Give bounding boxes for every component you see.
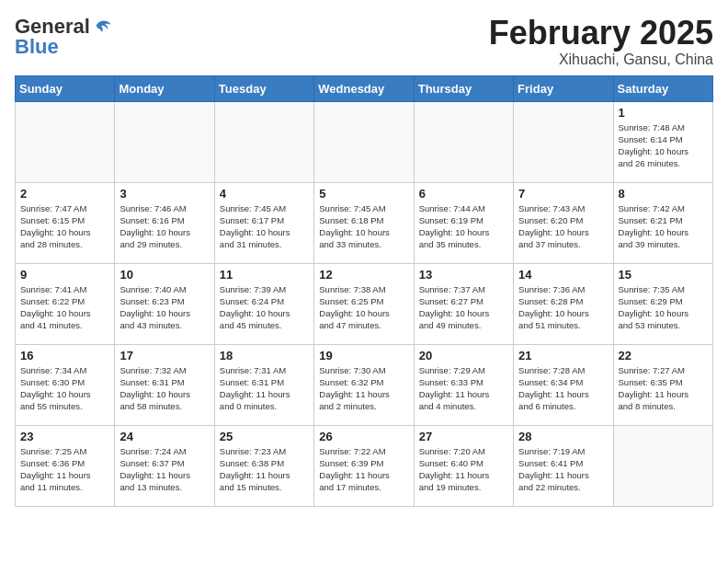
- day-info: Sunrise: 7:30 AM Sunset: 6:32 PM Dayligh…: [319, 364, 408, 413]
- day-number: 7: [518, 187, 608, 201]
- calendar-cell: 18Sunrise: 7:31 AM Sunset: 6:31 PM Dayli…: [214, 344, 313, 425]
- weekday-header-friday: Friday: [514, 75, 613, 101]
- day-number: 4: [220, 187, 309, 201]
- title-block: February 2025 Xihuachi, Gansu, China: [489, 15, 713, 68]
- day-number: 20: [419, 349, 508, 362]
- day-info: Sunrise: 7:20 AM Sunset: 6:40 PM Dayligh…: [419, 445, 508, 494]
- day-info: Sunrise: 7:42 AM Sunset: 6:21 PM Dayligh…: [619, 202, 708, 251]
- day-info: Sunrise: 7:40 AM Sunset: 6:23 PM Dayligh…: [119, 283, 209, 332]
- day-number: 3: [119, 187, 209, 201]
- day-info: Sunrise: 7:31 AM Sunset: 6:31 PM Dayligh…: [220, 364, 309, 413]
- calendar-cell: 26Sunrise: 7:22 AM Sunset: 6:39 PM Dayli…: [314, 425, 414, 506]
- day-info: Sunrise: 7:25 AM Sunset: 6:36 PM Dayligh…: [20, 445, 109, 494]
- calendar-cell: 12Sunrise: 7:38 AM Sunset: 6:25 PM Dayli…: [314, 263, 414, 344]
- day-number: 11: [220, 268, 309, 282]
- weekday-header-tuesday: Tuesday: [214, 75, 313, 101]
- day-number: 14: [518, 268, 608, 282]
- logo: General Blue: [15, 15, 112, 59]
- day-info: Sunrise: 7:45 AM Sunset: 6:17 PM Dayligh…: [220, 202, 309, 251]
- calendar-cell: 7Sunrise: 7:43 AM Sunset: 6:20 PM Daylig…: [514, 182, 613, 263]
- day-info: Sunrise: 7:22 AM Sunset: 6:39 PM Dayligh…: [319, 445, 408, 494]
- day-info: Sunrise: 7:46 AM Sunset: 6:16 PM Dayligh…: [119, 202, 209, 251]
- day-info: Sunrise: 7:29 AM Sunset: 6:33 PM Dayligh…: [419, 364, 508, 413]
- day-number: 22: [619, 349, 708, 362]
- day-info: Sunrise: 7:47 AM Sunset: 6:15 PM Dayligh…: [20, 202, 109, 251]
- calendar-cell: [314, 101, 414, 182]
- weekday-header-saturday: Saturday: [613, 75, 712, 101]
- day-number: 27: [419, 430, 508, 443]
- week-row-3: 9Sunrise: 7:41 AM Sunset: 6:22 PM Daylig…: [16, 263, 713, 344]
- weekday-header-wednesday: Wednesday: [314, 75, 414, 101]
- calendar-cell: 3Sunrise: 7:46 AM Sunset: 6:16 PM Daylig…: [115, 182, 214, 263]
- day-number: 17: [119, 349, 209, 362]
- day-info: Sunrise: 7:23 AM Sunset: 6:38 PM Dayligh…: [220, 445, 309, 494]
- day-number: 19: [319, 349, 408, 362]
- weekday-header-sunday: Sunday: [16, 75, 115, 101]
- day-info: Sunrise: 7:37 AM Sunset: 6:27 PM Dayligh…: [419, 283, 508, 332]
- day-info: Sunrise: 7:32 AM Sunset: 6:31 PM Dayligh…: [119, 364, 209, 413]
- logo-blue-text: Blue: [15, 35, 59, 59]
- day-number: 15: [619, 268, 708, 282]
- month-year: February 2025: [489, 15, 713, 52]
- day-number: 10: [119, 268, 209, 282]
- day-info: Sunrise: 7:19 AM Sunset: 6:41 PM Dayligh…: [518, 445, 608, 494]
- calendar-cell: 10Sunrise: 7:40 AM Sunset: 6:23 PM Dayli…: [115, 263, 214, 344]
- calendar-cell: 19Sunrise: 7:30 AM Sunset: 6:32 PM Dayli…: [314, 344, 414, 425]
- day-info: Sunrise: 7:36 AM Sunset: 6:28 PM Dayligh…: [518, 283, 608, 332]
- calendar-cell: 9Sunrise: 7:41 AM Sunset: 6:22 PM Daylig…: [16, 263, 115, 344]
- calendar-cell: 27Sunrise: 7:20 AM Sunset: 6:40 PM Dayli…: [414, 425, 513, 506]
- day-info: Sunrise: 7:24 AM Sunset: 6:37 PM Dayligh…: [119, 445, 209, 494]
- day-number: 26: [319, 430, 408, 443]
- calendar-cell: 28Sunrise: 7:19 AM Sunset: 6:41 PM Dayli…: [514, 425, 613, 506]
- day-number: 16: [20, 349, 109, 362]
- calendar-cell: 6Sunrise: 7:44 AM Sunset: 6:19 PM Daylig…: [414, 182, 513, 263]
- calendar-cell: [414, 101, 513, 182]
- calendar-cell: 16Sunrise: 7:34 AM Sunset: 6:30 PM Dayli…: [16, 344, 115, 425]
- day-number: 6: [419, 187, 508, 201]
- day-info: Sunrise: 7:35 AM Sunset: 6:29 PM Dayligh…: [619, 283, 708, 332]
- calendar-cell: [214, 101, 313, 182]
- calendar-cell: 8Sunrise: 7:42 AM Sunset: 6:21 PM Daylig…: [613, 182, 712, 263]
- day-number: 2: [20, 187, 109, 201]
- day-number: 25: [220, 430, 309, 443]
- weekday-header-monday: Monday: [115, 75, 214, 101]
- calendar-cell: [115, 101, 214, 182]
- day-info: Sunrise: 7:27 AM Sunset: 6:35 PM Dayligh…: [619, 364, 708, 413]
- calendar-cell: 22Sunrise: 7:27 AM Sunset: 6:35 PM Dayli…: [613, 344, 712, 425]
- calendar-cell: 2Sunrise: 7:47 AM Sunset: 6:15 PM Daylig…: [16, 182, 115, 263]
- week-row-2: 2Sunrise: 7:47 AM Sunset: 6:15 PM Daylig…: [16, 182, 713, 263]
- calendar-cell: 15Sunrise: 7:35 AM Sunset: 6:29 PM Dayli…: [613, 263, 712, 344]
- location: Xihuachi, Gansu, China: [489, 52, 713, 68]
- day-number: 24: [119, 430, 209, 443]
- calendar-cell: [16, 101, 115, 182]
- calendar-cell: 25Sunrise: 7:23 AM Sunset: 6:38 PM Dayli…: [214, 425, 313, 506]
- day-number: 12: [319, 268, 408, 282]
- week-row-4: 16Sunrise: 7:34 AM Sunset: 6:30 PM Dayli…: [16, 344, 713, 425]
- calendar-cell: 21Sunrise: 7:28 AM Sunset: 6:34 PM Dayli…: [514, 344, 613, 425]
- day-info: Sunrise: 7:45 AM Sunset: 6:18 PM Dayligh…: [319, 202, 408, 251]
- day-info: Sunrise: 7:48 AM Sunset: 6:14 PM Dayligh…: [619, 121, 708, 170]
- day-number: 9: [20, 268, 109, 282]
- calendar-cell: 1Sunrise: 7:48 AM Sunset: 6:14 PM Daylig…: [613, 101, 712, 182]
- day-info: Sunrise: 7:28 AM Sunset: 6:34 PM Dayligh…: [518, 364, 608, 413]
- day-number: 13: [419, 268, 508, 282]
- day-info: Sunrise: 7:38 AM Sunset: 6:25 PM Dayligh…: [319, 283, 408, 332]
- weekday-header-thursday: Thursday: [414, 75, 513, 101]
- week-row-5: 23Sunrise: 7:25 AM Sunset: 6:36 PM Dayli…: [16, 425, 713, 506]
- day-number: 23: [20, 430, 109, 443]
- logo-bird-icon: [92, 17, 112, 36]
- day-number: 8: [619, 187, 708, 201]
- calendar-cell: 5Sunrise: 7:45 AM Sunset: 6:18 PM Daylig…: [314, 182, 414, 263]
- day-info: Sunrise: 7:44 AM Sunset: 6:19 PM Dayligh…: [419, 202, 508, 251]
- day-number: 28: [518, 430, 608, 443]
- day-number: 18: [220, 349, 309, 362]
- day-number: 1: [619, 106, 708, 120]
- day-info: Sunrise: 7:43 AM Sunset: 6:20 PM Dayligh…: [518, 202, 608, 251]
- day-info: Sunrise: 7:41 AM Sunset: 6:22 PM Dayligh…: [20, 283, 109, 332]
- calendar-cell: 14Sunrise: 7:36 AM Sunset: 6:28 PM Dayli…: [514, 263, 613, 344]
- calendar-cell: 17Sunrise: 7:32 AM Sunset: 6:31 PM Dayli…: [115, 344, 214, 425]
- calendar-cell: 23Sunrise: 7:25 AM Sunset: 6:36 PM Dayli…: [16, 425, 115, 506]
- day-info: Sunrise: 7:39 AM Sunset: 6:24 PM Dayligh…: [220, 283, 309, 332]
- calendar-cell: 4Sunrise: 7:45 AM Sunset: 6:17 PM Daylig…: [214, 182, 313, 263]
- week-row-1: 1Sunrise: 7:48 AM Sunset: 6:14 PM Daylig…: [16, 101, 713, 182]
